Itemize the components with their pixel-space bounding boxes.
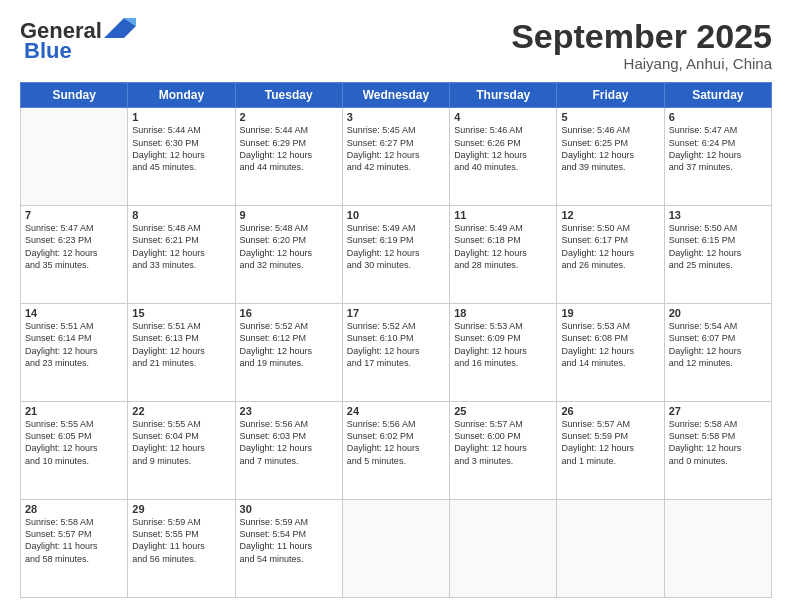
logo-icon — [104, 18, 136, 38]
day-number: 26 — [561, 405, 659, 417]
calendar-cell: 1Sunrise: 5:44 AM Sunset: 6:30 PM Daylig… — [128, 108, 235, 206]
day-number: 29 — [132, 503, 230, 515]
calendar-cell: 22Sunrise: 5:55 AM Sunset: 6:04 PM Dayli… — [128, 402, 235, 500]
cell-content: Sunrise: 5:57 AM Sunset: 5:59 PM Dayligh… — [561, 418, 659, 467]
calendar-cell: 15Sunrise: 5:51 AM Sunset: 6:13 PM Dayli… — [128, 304, 235, 402]
title-area: September 2025 Haiyang, Anhui, China — [511, 18, 772, 72]
calendar-cell: 5Sunrise: 5:46 AM Sunset: 6:25 PM Daylig… — [557, 108, 664, 206]
calendar-cell: 28Sunrise: 5:58 AM Sunset: 5:57 PM Dayli… — [21, 500, 128, 598]
calendar-week-5: 28Sunrise: 5:58 AM Sunset: 5:57 PM Dayli… — [21, 500, 772, 598]
cell-content: Sunrise: 5:59 AM Sunset: 5:54 PM Dayligh… — [240, 516, 338, 565]
calendar-cell: 2Sunrise: 5:44 AM Sunset: 6:29 PM Daylig… — [235, 108, 342, 206]
col-thursday: Thursday — [450, 83, 557, 108]
day-number: 21 — [25, 405, 123, 417]
day-number: 6 — [669, 111, 767, 123]
calendar-week-1: 1Sunrise: 5:44 AM Sunset: 6:30 PM Daylig… — [21, 108, 772, 206]
calendar-cell — [21, 108, 128, 206]
logo-blue: Blue — [24, 38, 72, 64]
calendar-cell: 29Sunrise: 5:59 AM Sunset: 5:55 PM Dayli… — [128, 500, 235, 598]
col-wednesday: Wednesday — [342, 83, 449, 108]
cell-content: Sunrise: 5:51 AM Sunset: 6:13 PM Dayligh… — [132, 320, 230, 369]
calendar-cell: 21Sunrise: 5:55 AM Sunset: 6:05 PM Dayli… — [21, 402, 128, 500]
day-number: 25 — [454, 405, 552, 417]
location: Haiyang, Anhui, China — [511, 55, 772, 72]
cell-content: Sunrise: 5:50 AM Sunset: 6:15 PM Dayligh… — [669, 222, 767, 271]
col-tuesday: Tuesday — [235, 83, 342, 108]
day-number: 14 — [25, 307, 123, 319]
col-monday: Monday — [128, 83, 235, 108]
cell-content: Sunrise: 5:53 AM Sunset: 6:09 PM Dayligh… — [454, 320, 552, 369]
day-number: 17 — [347, 307, 445, 319]
day-number: 7 — [25, 209, 123, 221]
cell-content: Sunrise: 5:47 AM Sunset: 6:24 PM Dayligh… — [669, 124, 767, 173]
col-saturday: Saturday — [664, 83, 771, 108]
calendar-cell — [342, 500, 449, 598]
day-number: 23 — [240, 405, 338, 417]
day-number: 15 — [132, 307, 230, 319]
day-number: 2 — [240, 111, 338, 123]
calendar-header-row: Sunday Monday Tuesday Wednesday Thursday… — [21, 83, 772, 108]
cell-content: Sunrise: 5:59 AM Sunset: 5:55 PM Dayligh… — [132, 516, 230, 565]
calendar-cell — [450, 500, 557, 598]
day-number: 5 — [561, 111, 659, 123]
calendar-cell: 11Sunrise: 5:49 AM Sunset: 6:18 PM Dayli… — [450, 206, 557, 304]
day-number: 16 — [240, 307, 338, 319]
cell-content: Sunrise: 5:48 AM Sunset: 6:21 PM Dayligh… — [132, 222, 230, 271]
day-number: 22 — [132, 405, 230, 417]
calendar-cell: 8Sunrise: 5:48 AM Sunset: 6:21 PM Daylig… — [128, 206, 235, 304]
cell-content: Sunrise: 5:45 AM Sunset: 6:27 PM Dayligh… — [347, 124, 445, 173]
day-number: 13 — [669, 209, 767, 221]
calendar-week-3: 14Sunrise: 5:51 AM Sunset: 6:14 PM Dayli… — [21, 304, 772, 402]
day-number: 8 — [132, 209, 230, 221]
cell-content: Sunrise: 5:53 AM Sunset: 6:08 PM Dayligh… — [561, 320, 659, 369]
day-number: 12 — [561, 209, 659, 221]
calendar-cell: 27Sunrise: 5:58 AM Sunset: 5:58 PM Dayli… — [664, 402, 771, 500]
day-number: 11 — [454, 209, 552, 221]
cell-content: Sunrise: 5:50 AM Sunset: 6:17 PM Dayligh… — [561, 222, 659, 271]
cell-content: Sunrise: 5:49 AM Sunset: 6:18 PM Dayligh… — [454, 222, 552, 271]
day-number: 27 — [669, 405, 767, 417]
calendar-cell: 20Sunrise: 5:54 AM Sunset: 6:07 PM Dayli… — [664, 304, 771, 402]
day-number: 10 — [347, 209, 445, 221]
cell-content: Sunrise: 5:44 AM Sunset: 6:29 PM Dayligh… — [240, 124, 338, 173]
cell-content: Sunrise: 5:52 AM Sunset: 6:12 PM Dayligh… — [240, 320, 338, 369]
calendar-cell: 18Sunrise: 5:53 AM Sunset: 6:09 PM Dayli… — [450, 304, 557, 402]
day-number: 30 — [240, 503, 338, 515]
col-friday: Friday — [557, 83, 664, 108]
calendar-cell: 24Sunrise: 5:56 AM Sunset: 6:02 PM Dayli… — [342, 402, 449, 500]
calendar-cell: 17Sunrise: 5:52 AM Sunset: 6:10 PM Dayli… — [342, 304, 449, 402]
cell-content: Sunrise: 5:44 AM Sunset: 6:30 PM Dayligh… — [132, 124, 230, 173]
col-sunday: Sunday — [21, 83, 128, 108]
day-number: 20 — [669, 307, 767, 319]
page: General Blue September 2025 Haiyang, Anh… — [0, 0, 792, 612]
cell-content: Sunrise: 5:56 AM Sunset: 6:03 PM Dayligh… — [240, 418, 338, 467]
calendar-cell: 9Sunrise: 5:48 AM Sunset: 6:20 PM Daylig… — [235, 206, 342, 304]
calendar-cell: 14Sunrise: 5:51 AM Sunset: 6:14 PM Dayli… — [21, 304, 128, 402]
day-number: 3 — [347, 111, 445, 123]
calendar-cell: 7Sunrise: 5:47 AM Sunset: 6:23 PM Daylig… — [21, 206, 128, 304]
cell-content: Sunrise: 5:46 AM Sunset: 6:26 PM Dayligh… — [454, 124, 552, 173]
logo: General Blue — [20, 18, 136, 64]
month-title: September 2025 — [511, 18, 772, 55]
calendar-week-4: 21Sunrise: 5:55 AM Sunset: 6:05 PM Dayli… — [21, 402, 772, 500]
day-number: 19 — [561, 307, 659, 319]
calendar-cell: 16Sunrise: 5:52 AM Sunset: 6:12 PM Dayli… — [235, 304, 342, 402]
cell-content: Sunrise: 5:55 AM Sunset: 6:05 PM Dayligh… — [25, 418, 123, 467]
cell-content: Sunrise: 5:55 AM Sunset: 6:04 PM Dayligh… — [132, 418, 230, 467]
cell-content: Sunrise: 5:56 AM Sunset: 6:02 PM Dayligh… — [347, 418, 445, 467]
calendar-cell — [664, 500, 771, 598]
day-number: 24 — [347, 405, 445, 417]
calendar-cell: 6Sunrise: 5:47 AM Sunset: 6:24 PM Daylig… — [664, 108, 771, 206]
header: General Blue September 2025 Haiyang, Anh… — [20, 18, 772, 72]
cell-content: Sunrise: 5:57 AM Sunset: 6:00 PM Dayligh… — [454, 418, 552, 467]
cell-content: Sunrise: 5:51 AM Sunset: 6:14 PM Dayligh… — [25, 320, 123, 369]
calendar-table: Sunday Monday Tuesday Wednesday Thursday… — [20, 82, 772, 598]
cell-content: Sunrise: 5:49 AM Sunset: 6:19 PM Dayligh… — [347, 222, 445, 271]
cell-content: Sunrise: 5:47 AM Sunset: 6:23 PM Dayligh… — [25, 222, 123, 271]
calendar-cell: 19Sunrise: 5:53 AM Sunset: 6:08 PM Dayli… — [557, 304, 664, 402]
day-number: 9 — [240, 209, 338, 221]
calendar-cell: 26Sunrise: 5:57 AM Sunset: 5:59 PM Dayli… — [557, 402, 664, 500]
cell-content: Sunrise: 5:46 AM Sunset: 6:25 PM Dayligh… — [561, 124, 659, 173]
calendar-cell: 25Sunrise: 5:57 AM Sunset: 6:00 PM Dayli… — [450, 402, 557, 500]
calendar-cell — [557, 500, 664, 598]
